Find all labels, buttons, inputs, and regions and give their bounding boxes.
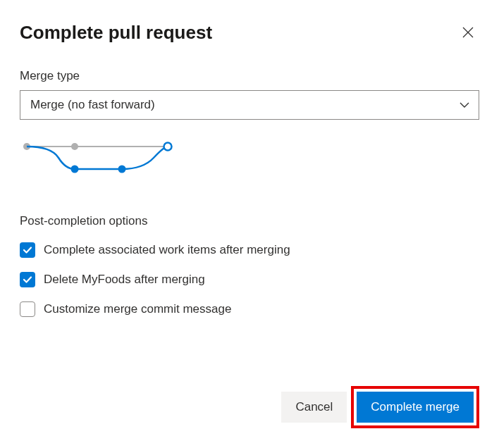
checkbox-label: Complete associated work items after mer… [44, 243, 290, 257]
checkbox-customize-message[interactable] [20, 301, 35, 317]
checkbox-delete-branch[interactable] [20, 272, 35, 287]
checkbox-row-complete-work-items[interactable]: Complete associated work items after mer… [20, 242, 479, 258]
checkbox-row-delete-branch[interactable]: Delete MyFoods after merging [20, 272, 479, 287]
check-icon [23, 245, 32, 255]
dialog-title: Complete pull request [20, 22, 212, 44]
svg-point-4 [71, 143, 78, 150]
merge-type-select[interactable]: Merge (no fast forward) [20, 90, 479, 120]
merge-type-label: Merge type [20, 69, 479, 83]
merge-diagram [20, 137, 479, 180]
checkbox-label: Delete MyFoods after merging [44, 273, 205, 287]
checkbox-label: Customize merge commit message [44, 302, 231, 316]
complete-merge-button[interactable]: Complete merge [357, 392, 474, 423]
highlight-annotation: Complete merge [351, 386, 479, 428]
check-icon [23, 275, 32, 285]
svg-point-8 [164, 143, 172, 151]
post-completion-label: Post-completion options [20, 214, 479, 228]
checkbox-complete-work-items[interactable] [20, 242, 35, 258]
close-button[interactable] [457, 21, 479, 44]
checkbox-row-customize-message[interactable]: Customize merge commit message [20, 301, 479, 317]
cancel-button[interactable]: Cancel [281, 392, 347, 423]
svg-point-6 [71, 166, 79, 173]
close-icon [462, 27, 474, 38]
svg-point-7 [118, 166, 126, 173]
